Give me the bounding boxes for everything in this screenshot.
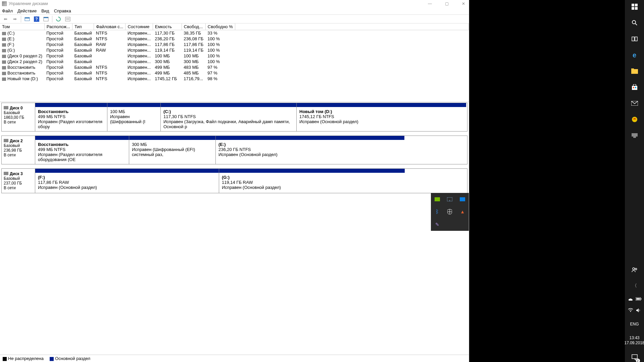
table-row[interactable]: (C:)ПростойБазовыйNTFSИсправен...117,30 … bbox=[0, 30, 469, 36]
disk-row[interactable]: Диск 2Базовый236,98 ГБВ сетиВосстановить… bbox=[1, 136, 467, 164]
table-row[interactable]: Новый том (D:)ПростойБазовыйNTFSИсправен… bbox=[0, 76, 469, 82]
tray-eject-icon[interactable]: ▲ bbox=[456, 206, 469, 218]
table-row[interactable]: (F:)ПростойБазовыйRAWИсправен...117,86 Г… bbox=[0, 42, 469, 47]
wifi-icon[interactable] bbox=[628, 308, 633, 313]
table-row[interactable]: ВосстановитьПростойБазовыйNTFSИсправен..… bbox=[0, 64, 469, 70]
partition-stripe bbox=[161, 103, 296, 107]
svg-rect-25 bbox=[633, 137, 636, 138]
volume-icon bbox=[2, 43, 6, 47]
disk-label[interactable]: Диск 3Базовый237,00 ГБВ сети bbox=[2, 169, 35, 193]
separator bbox=[21, 16, 21, 22]
table-row[interactable]: ВосстановитьПростойБазовыйNTFSИсправен..… bbox=[0, 70, 469, 76]
tray-expand-icon[interactable]: 〈 bbox=[630, 281, 639, 291]
menu-view[interactable]: Вид bbox=[41, 8, 49, 13]
language-indicator[interactable]: ENG bbox=[630, 319, 639, 329]
col-layout[interactable]: Располож... bbox=[44, 23, 72, 30]
properties-icon[interactable] bbox=[43, 16, 49, 22]
disk-management-taskbar-icon[interactable] bbox=[630, 131, 639, 140]
tray-pen-icon[interactable]: ✎ bbox=[431, 218, 444, 231]
tray-nvidia-icon[interactable] bbox=[431, 193, 444, 206]
partition-stripe bbox=[35, 169, 219, 173]
disk-row[interactable]: Диск 0Базовый1863,00 ГБВ сетиВосстановит… bbox=[1, 103, 467, 132]
col-volume[interactable]: Том bbox=[0, 23, 44, 30]
help-icon[interactable]: ? bbox=[33, 16, 40, 22]
table-row[interactable]: (Диск 2 раздел 2)ПростойБазовыйИсправен.… bbox=[0, 59, 469, 64]
forward-button[interactable]: ➡ bbox=[11, 16, 18, 22]
action-list-icon[interactable] bbox=[64, 16, 71, 22]
tray-bluetooth-icon[interactable]: ᛒ bbox=[431, 206, 444, 218]
notification-center-icon[interactable]: 2 bbox=[630, 353, 639, 362]
tray-defender-icon[interactable] bbox=[444, 206, 456, 218]
disk-label[interactable]: Диск 2Базовый236,98 ГБВ сети bbox=[2, 136, 35, 164]
col-status[interactable]: Состояние bbox=[126, 23, 153, 30]
volume-icon bbox=[2, 32, 6, 35]
svg-rect-15 bbox=[632, 37, 634, 41]
close-button[interactable]: ✕ bbox=[460, 1, 467, 6]
app-icon bbox=[2, 1, 7, 6]
partition-stripe bbox=[35, 103, 107, 107]
legend-unallocated: Не распределена bbox=[3, 356, 44, 361]
svg-rect-36 bbox=[460, 197, 465, 201]
partition-stripe bbox=[129, 136, 215, 140]
maximize-button[interactable]: ▢ bbox=[443, 1, 450, 6]
task-view-icon[interactable] bbox=[630, 34, 639, 44]
svg-rect-16 bbox=[635, 37, 637, 41]
back-button[interactable]: ⬅ bbox=[2, 16, 9, 22]
partition-stripe bbox=[297, 103, 466, 107]
clock[interactable]: 13:43 17.09.2018 bbox=[624, 335, 644, 346]
partition[interactable]: Восстановить499 МБ NTFSИсправен (Раздел … bbox=[35, 103, 107, 131]
volume-table[interactable]: Том Располож... Тип Файловая с... Состоя… bbox=[0, 23, 469, 82]
onedrive-icon[interactable] bbox=[628, 297, 633, 301]
minimize-button[interactable]: — bbox=[427, 1, 433, 6]
partition[interactable]: (F:)117,86 ГБ RAWИсправен (Основной разд… bbox=[35, 169, 219, 193]
col-free[interactable]: Свобод... bbox=[182, 23, 205, 30]
svg-rect-1 bbox=[25, 17, 30, 18]
tray-touchpad-icon[interactable] bbox=[444, 193, 456, 206]
show-hide-console-icon[interactable] bbox=[24, 16, 31, 22]
partition[interactable]: Восстановить499 МБ NTFSИсправен (Раздел … bbox=[35, 136, 129, 164]
menu-file[interactable]: Файл bbox=[2, 8, 13, 13]
titlebar[interactable]: Управление дисками — ▢ ✕ bbox=[0, 0, 469, 7]
col-type[interactable]: Тип bbox=[72, 23, 94, 30]
app-pinned-icon[interactable] bbox=[630, 115, 639, 124]
svg-point-27 bbox=[635, 268, 637, 270]
mail-icon[interactable] bbox=[630, 99, 639, 108]
search-icon[interactable] bbox=[630, 18, 639, 28]
col-fs[interactable]: Файловая с... bbox=[94, 23, 126, 30]
table-row[interactable]: (Диск 0 раздел 2)ПростойБазовыйИсправен.… bbox=[0, 53, 469, 59]
col-freepct[interactable]: Свободно % bbox=[205, 23, 235, 30]
window-controls: — ▢ ✕ bbox=[427, 1, 467, 6]
partition[interactable]: (C:)117,30 ГБ NTFSИсправен (Загрузка, Фа… bbox=[161, 103, 297, 131]
svg-rect-33 bbox=[435, 197, 440, 201]
desktop-background bbox=[469, 0, 625, 362]
col-capacity[interactable]: Емкость bbox=[153, 23, 182, 30]
start-button[interactable] bbox=[630, 2, 639, 11]
refresh-icon[interactable] bbox=[55, 16, 62, 22]
people-icon[interactable] bbox=[630, 265, 639, 274]
svg-point-31 bbox=[630, 311, 631, 312]
store-icon[interactable] bbox=[630, 83, 639, 92]
disk-management-window: Управление дисками — ▢ ✕ Файл Действие В… bbox=[0, 0, 469, 362]
tray-intel-graphics-icon[interactable] bbox=[456, 193, 469, 206]
menu-help[interactable]: Справка bbox=[54, 8, 71, 13]
svg-point-13 bbox=[632, 20, 636, 24]
battery-icon[interactable] bbox=[636, 297, 642, 301]
svg-rect-32 bbox=[632, 355, 637, 359]
file-explorer-icon[interactable] bbox=[630, 66, 639, 76]
table-row[interactable]: (G:)ПростойБазовыйRAWИсправен...119,14 Г… bbox=[0, 47, 469, 53]
table-header-row[interactable]: Том Располож... Тип Файловая с... Состоя… bbox=[0, 23, 469, 30]
partition[interactable]: 300 МБИсправен (Шифрованный (EFI) систем… bbox=[129, 136, 216, 164]
tray-overflow-popup[interactable]: ᛒ ▲ ✎ bbox=[431, 193, 469, 231]
partition[interactable]: Новый том (D:)1745,12 ГБ NTFSИсправен (О… bbox=[297, 103, 466, 131]
svg-rect-21 bbox=[635, 87, 636, 88]
menu-action[interactable]: Действие bbox=[17, 8, 37, 13]
disk-label[interactable]: Диск 0Базовый1863,00 ГБВ сети bbox=[2, 103, 35, 131]
table-row[interactable]: (E:)ПростойБазовыйNTFSИсправен...236,20 … bbox=[0, 36, 469, 42]
disk-row[interactable]: Диск 3Базовый237,00 ГБВ сети(F:)117,86 Г… bbox=[1, 168, 467, 193]
volume-icon[interactable] bbox=[636, 308, 641, 313]
edge-icon[interactable]: e bbox=[630, 50, 639, 60]
partition[interactable]: (G:)119,14 ГБ RAWИсправен (Основной разд… bbox=[219, 169, 405, 193]
partition-stripe bbox=[35, 136, 129, 140]
partition[interactable]: 100 МБИсправен (Шифрованный (I bbox=[107, 103, 161, 131]
partition[interactable]: (E:)236,20 ГБ NTFSИсправен (Основной раз… bbox=[216, 136, 404, 164]
